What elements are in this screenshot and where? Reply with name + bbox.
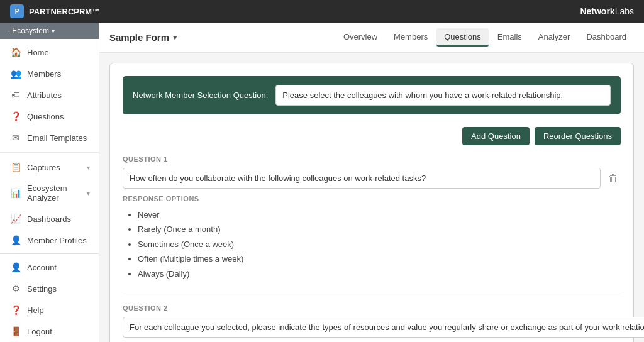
dashboards-icon: 📈 <box>11 214 21 224</box>
sidebar-item-account[interactable]: 👤 Account <box>0 256 99 278</box>
network-selection: Network Member Selection Question: Pleas… <box>123 76 621 114</box>
sidebar-item-home[interactable]: 🏠 Home <box>0 41 99 63</box>
main-card: Network Member Selection Question: Pleas… <box>109 63 634 342</box>
sidebar-item-help[interactable]: ❓ Help <box>0 299 99 321</box>
captures-icon: 📋 <box>11 162 21 172</box>
questions-icon: ❓ <box>11 111 21 121</box>
sidebar-item-member-profiles[interactable]: 👤 Member Profiles <box>0 229 99 251</box>
sidebar-item-captures[interactable]: 📋 Captures ▾ <box>0 157 99 178</box>
sidebar-item-label: Home <box>27 48 49 57</box>
analyzer-icon: 📊 <box>11 188 21 198</box>
sidebar-item-label: Dashboards <box>27 214 71 224</box>
sidebar-item-attributes[interactable]: 🏷 Attributes <box>0 84 99 106</box>
sidebar-item-label: Attributes <box>27 91 62 100</box>
question-2-block: QUESTION 2 For each colleague you select… <box>123 304 621 342</box>
question-2-label: QUESTION 2 <box>123 304 621 312</box>
sub-arrow: ▾ <box>87 190 90 197</box>
logo-icon: P <box>10 4 24 18</box>
account-icon: 👤 <box>11 262 21 272</box>
sidebar-item-logout[interactable]: 🚪 Logout <box>0 321 99 342</box>
content: Network Member Selection Question: Pleas… <box>99 53 644 342</box>
members-icon: 👥 <box>11 69 21 79</box>
subheader-nav: Overview Members Questions Emails Analyz… <box>336 28 634 47</box>
sidebar: - Ecosystem ▾ 🏠 Home 👥 Members 🏷 Attribu… <box>0 23 99 342</box>
sidebar-bottom: 👤 Account ⚙ Settings ❓ Help 🚪 Logout <box>0 253 99 342</box>
sidebar-item-label: Members <box>27 69 61 79</box>
ecosystem-chevron: ▾ <box>52 28 55 35</box>
list-item: Rarely (Once a month) <box>138 222 621 236</box>
sidebar-item-label: Help <box>27 306 44 315</box>
nav-divider <box>0 152 99 153</box>
sidebar-item-label: Ecosystem Analyzer <box>27 184 80 202</box>
question-1-select[interactable]: How often do you collaborate with the fo… <box>123 168 601 189</box>
question-1-responses: Never Rarely (Once a month) Sometimes (O… <box>123 207 621 281</box>
sidebar-item-label: Captures <box>27 163 80 172</box>
tab-questions[interactable]: Questions <box>436 28 489 47</box>
sidebar-item-label: Questions <box>27 112 64 121</box>
sidebar-item-label: Account <box>27 263 57 272</box>
logo-text: PARTNERCPRM™ <box>29 7 100 16</box>
email-icon: ✉ <box>11 133 21 143</box>
question-1-label: QUESTION 1 <box>123 155 621 163</box>
list-item: Never <box>138 207 621 222</box>
action-row: Add Question Reorder Questions <box>123 127 621 145</box>
sidebar-item-settings[interactable]: ⚙ Settings <box>0 278 99 299</box>
sidebar-item-label: Member Profiles <box>27 236 87 245</box>
list-item: Sometimes (Once a week) <box>138 237 621 251</box>
sidebar-item-dashboards[interactable]: 📈 Dashboards <box>0 208 99 229</box>
network-selection-dropdown[interactable]: Please select the colleagues with whom y… <box>275 85 611 106</box>
tab-members[interactable]: Members <box>386 28 435 47</box>
member-profiles-icon: 👤 <box>11 235 21 245</box>
ecosystem-label: - Ecosystem <box>8 26 49 35</box>
main: Sample Form ▾ Overview Members Questions… <box>99 23 644 342</box>
question-1-block: QUESTION 1 How often do you collaborate … <box>123 155 621 281</box>
question-1-delete[interactable]: 🗑 <box>606 170 621 187</box>
question-2-row: For each colleague you selected, please … <box>123 317 621 338</box>
sidebar-item-label: Email Templates <box>27 133 87 143</box>
tab-dashboard[interactable]: Dashboard <box>579 28 634 47</box>
network-selection-label: Network Member Selection Question: <box>133 91 268 100</box>
form-title: Sample Form <box>109 32 169 43</box>
attributes-icon: 🏷 <box>11 90 21 100</box>
home-icon: 🏠 <box>11 47 21 57</box>
sidebar-item-label: Settings <box>27 284 57 294</box>
sidebar-item-ecosystem-analyzer[interactable]: 📊 Ecosystem Analyzer ▾ <box>0 178 99 208</box>
topbar: P PARTNERCPRM™ NetworkLabs <box>0 0 644 23</box>
form-title-arrow[interactable]: ▾ <box>173 33 177 42</box>
sidebar-nav: 🏠 Home 👥 Members 🏷 Attributes ❓ Question… <box>0 39 99 253</box>
reorder-questions-button[interactable]: Reorder Questions <box>535 127 621 145</box>
list-item: Often (Multiple times a week) <box>138 251 621 266</box>
ecosystem-selector[interactable]: - Ecosystem ▾ <box>0 23 99 39</box>
brand-name: NetworkLabs <box>580 6 634 16</box>
logo: P PARTNERCPRM™ <box>10 4 100 18</box>
logout-icon: 🚪 <box>11 326 21 336</box>
question-divider <box>123 294 621 294</box>
sidebar-item-members[interactable]: 👥 Members <box>0 63 99 84</box>
tab-emails[interactable]: Emails <box>490 28 530 47</box>
tab-analyzer[interactable]: Analyzer <box>531 28 578 47</box>
add-question-button[interactable]: Add Question <box>462 127 530 145</box>
list-item: Always (Daily) <box>138 267 621 281</box>
sidebar-item-label: Logout <box>27 327 52 336</box>
subheader-left: Sample Form ▾ <box>109 32 177 43</box>
sidebar-item-email-templates[interactable]: ✉ Email Templates <box>0 127 99 148</box>
question-1-response-label: RESPONSE OPTIONS <box>123 195 621 202</box>
question-2-select[interactable]: For each colleague you selected, please … <box>123 317 644 338</box>
tab-overview[interactable]: Overview <box>336 28 385 47</box>
help-icon: ❓ <box>11 305 21 315</box>
settings-icon: ⚙ <box>11 284 21 294</box>
question-1-row: How often do you collaborate with the fo… <box>123 168 621 189</box>
subheader: Sample Form ▾ Overview Members Questions… <box>99 23 644 53</box>
sub-arrow: ▾ <box>87 164 90 171</box>
sidebar-item-questions[interactable]: ❓ Questions <box>0 106 99 127</box>
